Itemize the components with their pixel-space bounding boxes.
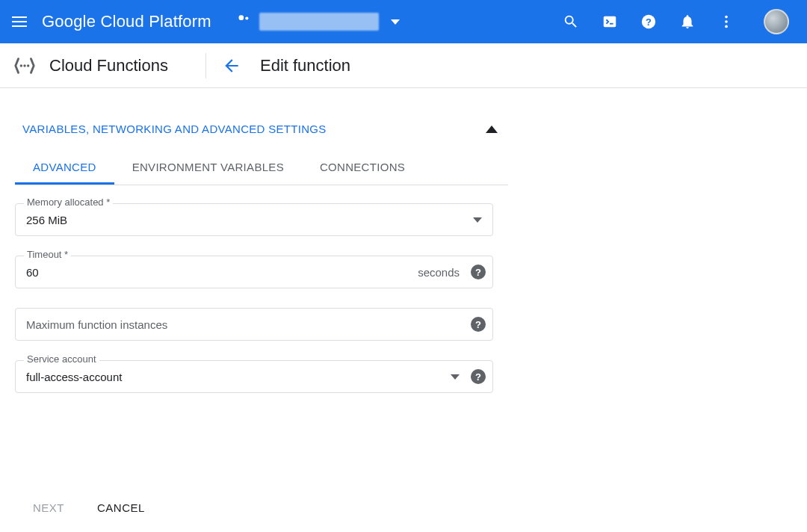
help-icon[interactable]: ? — [471, 369, 486, 384]
search-icon[interactable] — [562, 13, 580, 31]
tab-advanced[interactable]: ADVANCED — [15, 152, 114, 185]
svg-point-1 — [245, 16, 248, 19]
page-header: Cloud Functions Edit function — [0, 43, 807, 88]
cloud-shell-icon[interactable] — [601, 13, 619, 31]
chevron-down-icon — [473, 217, 482, 223]
brand-label: Google Cloud Platform — [42, 12, 211, 31]
chevron-down-icon — [391, 19, 400, 25]
back-button[interactable] — [221, 55, 242, 76]
timeout-field[interactable]: Timeout * 60 seconds ? — [15, 256, 493, 288]
accordion-title: VARIABLES, NETWORKING AND ADVANCED SETTI… — [22, 123, 327, 135]
next-button[interactable]: NEXT — [30, 495, 67, 520]
footer-actions: NEXT CANCEL — [0, 495, 148, 520]
project-icon — [237, 13, 252, 31]
avatar[interactable] — [764, 9, 789, 34]
menu-icon[interactable] — [12, 13, 30, 31]
notifications-icon[interactable] — [678, 13, 696, 31]
help-icon[interactable]: ? — [471, 265, 486, 279]
separator — [205, 53, 206, 78]
memory-value: 256 MiB — [26, 214, 473, 226]
svg-point-9 — [20, 64, 22, 66]
max-instances-field[interactable]: Maximum function instances ? — [15, 308, 493, 341]
cloud-functions-icon — [13, 55, 36, 77]
svg-text:?: ? — [646, 16, 652, 28]
svg-point-8 — [725, 25, 728, 28]
svg-point-6 — [725, 16, 728, 19]
project-name — [259, 13, 379, 31]
timeout-label: Timeout * — [24, 249, 71, 260]
accordion-toggle[interactable]: VARIABLES, NETWORKING AND ADVANCED SETTI… — [15, 111, 508, 146]
cancel-button[interactable]: CANCEL — [94, 495, 148, 520]
help-icon[interactable]: ? — [640, 13, 658, 31]
service-account-label: Service account — [24, 353, 99, 365]
service-account-field[interactable]: Service account full-access-account ? — [15, 360, 493, 393]
top-bar: Google Cloud Platform ? — [0, 0, 807, 43]
more-icon[interactable] — [717, 13, 735, 31]
memory-label: Memory allocated * — [24, 197, 113, 208]
page-title: Edit function — [260, 56, 350, 75]
topbar-actions: ? — [562, 9, 789, 34]
tabs: ADVANCED ENVIRONMENT VARIABLES CONNECTIO… — [15, 152, 508, 185]
chevron-down-icon — [451, 374, 460, 380]
main-form: VARIABLES, NETWORKING AND ADVANCED SETTI… — [0, 88, 523, 393]
svg-point-7 — [725, 20, 728, 23]
svg-point-11 — [27, 64, 29, 66]
timeout-suffix: seconds — [418, 266, 460, 279]
service-name: Cloud Functions — [49, 56, 168, 75]
max-instances-placeholder: Maximum function instances — [26, 318, 460, 331]
advanced-form: Memory allocated * 256 MiB Timeout * 60 … — [15, 185, 508, 393]
svg-point-0 — [238, 15, 244, 20]
svg-rect-3 — [604, 16, 616, 28]
svg-point-10 — [23, 64, 25, 66]
timeout-value: 60 — [26, 266, 412, 279]
memory-field[interactable]: Memory allocated * 256 MiB — [15, 203, 493, 236]
chevron-up-icon — [486, 126, 498, 133]
tab-connections[interactable]: CONNECTIONS — [302, 152, 423, 185]
help-icon[interactable]: ? — [471, 317, 486, 332]
project-selector[interactable] — [229, 10, 407, 34]
tab-env-vars[interactable]: ENVIRONMENT VARIABLES — [114, 152, 302, 185]
service-account-value: full-access-account — [26, 371, 451, 383]
